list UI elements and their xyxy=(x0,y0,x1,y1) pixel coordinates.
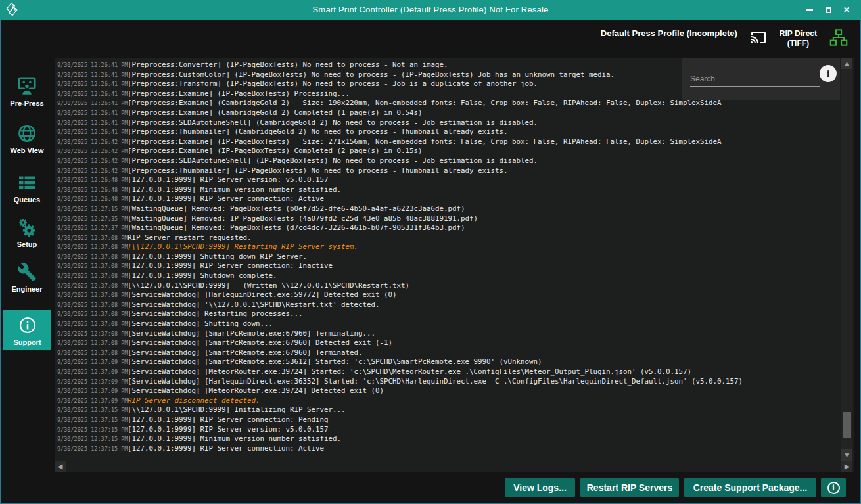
log-line: 9/30/2025 12:37:08 PMRIP Server restart … xyxy=(57,233,841,243)
log-line: 9/30/2025 12:26:42 PM[Preprocess:Examine… xyxy=(57,137,841,147)
log-line: 9/30/2025 12:27:35 PM[WaitingQueue] Remo… xyxy=(57,214,841,224)
sidebar-item-engineer[interactable]: Engineer xyxy=(1,261,53,293)
log-message: [Preprocess:Transform] (IP-PageBoxTests)… xyxy=(128,80,538,88)
log-timestamp: 9/30/2025 12:37:15 PM xyxy=(57,405,128,415)
log-timestamp: 9/30/2025 12:26:42 PM xyxy=(57,166,128,176)
cast-output-icon[interactable] xyxy=(750,30,767,48)
title-bar: Smart Print Controller (Default Press Pr… xyxy=(0,0,861,20)
log-message: [127.0.0.1:9999] Minimum version number … xyxy=(128,434,341,443)
log-timestamp: 9/30/2025 12:37:08 PM xyxy=(57,348,128,358)
search-input[interactable] xyxy=(690,71,820,87)
log-line: 9/30/2025 12:26:41 PM[Preprocess:SLDAuto… xyxy=(57,118,841,128)
gears-icon xyxy=(16,216,37,239)
log-timestamp: 9/30/2025 12:37:15 PM xyxy=(57,444,128,454)
sidebar-item-setup[interactable]: Setup xyxy=(1,216,53,248)
log-message: [Preprocess:Thumbnailer] (CambridgeGold … xyxy=(128,127,508,136)
log-line: 9/30/2025 12:37:08 PM[ServiceWatchdog] R… xyxy=(57,309,841,319)
pre-press-icon xyxy=(16,75,38,97)
log-line: 9/30/2025 12:37:09 PMRIP Server disconne… xyxy=(57,396,841,406)
log-timestamp: 9/30/2025 12:37:15 PM xyxy=(57,434,128,444)
log-message: [ServiceWatchdog] [MeteorRouter.exe:3972… xyxy=(128,386,384,395)
scroll-up-arrow-icon[interactable]: ▲ xyxy=(841,58,852,69)
log-line: 9/30/2025 12:37:08 PM[127.0.0.1:9999] RI… xyxy=(57,262,841,271)
log-line: 9/30/2025 12:26:42 PM[Preprocess:SLDAuto… xyxy=(57,156,841,166)
support-info-button[interactable]: i xyxy=(821,478,846,497)
log-timestamp: 9/30/2025 12:26:41 PM xyxy=(57,70,128,80)
log-message: [Preprocess:Converter] (IP-PageBoxTests)… xyxy=(128,60,448,69)
log-message: [ServiceWatchdog] Shutting down... xyxy=(128,319,273,328)
log-message: [Preprocess:Examine] (IP-PageBoxTests) S… xyxy=(128,137,722,146)
log-message: [127.0.0.1:9999] Shutting down RIP Serve… xyxy=(128,252,307,261)
sidebar-item-label: Queues xyxy=(14,196,40,204)
log-timestamp: 9/30/2025 12:37:09 PM xyxy=(57,396,128,406)
log-search-panel: i xyxy=(682,58,840,100)
scroll-down-arrow-icon[interactable]: ▼ xyxy=(841,449,852,461)
log-line: 9/30/2025 12:26:42 PM[Preprocess:Thumbna… xyxy=(57,166,841,176)
log-message: [Preprocess:SLDAutotuneShell] (Cambridge… xyxy=(128,118,538,127)
create-support-package-button[interactable]: Create Support Package... xyxy=(684,478,816,497)
vertical-scrollbar[interactable]: ▲ ▼ xyxy=(841,58,852,461)
log-timestamp: 9/30/2025 12:37:15 PM xyxy=(57,415,128,425)
log-line: 9/30/2025 12:37:08 PM[ServiceWatchdog] [… xyxy=(57,290,841,300)
sidebar-item-web-view[interactable]: Web View xyxy=(1,122,53,154)
app-window: Smart Print Controller (Default Press Pr… xyxy=(0,0,861,504)
log-timestamp: 9/30/2025 12:37:08 PM xyxy=(57,233,128,243)
close-button[interactable]: ✕ xyxy=(837,0,856,20)
ink-droplet-icon xyxy=(680,41,688,49)
output-mode-line1: RIP Direct xyxy=(780,29,817,39)
output-mode-label: RIP Direct (TIFF) xyxy=(780,29,817,49)
log-message: [127.0.0.1:9999] RIP Server connection: … xyxy=(128,195,324,203)
log-line: 9/30/2025 12:26:48 PM[127.0.0.1:9999] RI… xyxy=(57,175,841,185)
search-info-icon[interactable]: i xyxy=(820,65,837,82)
log-timestamp: 9/30/2025 12:26:48 PM xyxy=(57,185,128,195)
info-circle-icon xyxy=(18,314,37,336)
restart-rip-servers-button[interactable]: Restart RIP Servers xyxy=(580,478,679,497)
log-timestamp: 9/30/2025 12:26:42 PM xyxy=(57,147,128,156)
sidebar-item-queues[interactable]: Queues xyxy=(1,172,53,204)
log-timestamp: 9/30/2025 12:26:41 PM xyxy=(57,60,128,70)
log-output[interactable]: 9/30/2025 12:26:41 PM[Preprocess:Convert… xyxy=(57,60,841,459)
log-timestamp: 9/30/2025 12:37:08 PM xyxy=(57,338,128,348)
close-icon: ✕ xyxy=(843,6,850,14)
ink-droplet-icon xyxy=(670,41,678,49)
log-timestamp: 9/30/2025 12:37:08 PM xyxy=(57,271,128,281)
view-logs-button[interactable]: View Logs... xyxy=(505,478,575,497)
log-timestamp: 9/30/2025 12:27:15 PM xyxy=(57,204,128,214)
minimize-button[interactable] xyxy=(801,0,819,20)
log-line: 9/30/2025 12:37:15 PM[127.0.0.1:9999] Mi… xyxy=(57,434,841,444)
sidebar-item-pre-press[interactable]: Pre-Press xyxy=(1,75,53,107)
log-line: 9/30/2025 12:37:08 PM[\\127.0.0.1\SPCHD:… xyxy=(57,242,841,252)
log-message: [127.0.0.1:9999] RIP Server version: v5.… xyxy=(128,175,329,184)
log-message: [Preprocess:CustomColor] (IP-PageBoxTest… xyxy=(128,70,615,79)
log-message: [127.0.0.1:9999] Minimum version number … xyxy=(128,185,341,194)
log-timestamp: 9/30/2025 12:26:41 PM xyxy=(57,89,128,99)
scroll-right-arrow-icon[interactable]: ▶ xyxy=(841,461,852,472)
sidebar-item-support[interactable]: Support xyxy=(3,310,51,350)
support-log-panel: 9/30/2025 12:26:41 PM[Preprocess:Convert… xyxy=(55,58,854,472)
log-line: 9/30/2025 12:37:08 PM[ServiceWatchdog] '… xyxy=(57,300,841,310)
log-timestamp: 9/30/2025 12:26:41 PM xyxy=(57,118,128,128)
log-line: 9/30/2025 12:26:48 PM[127.0.0.1:9999] RI… xyxy=(57,195,841,204)
log-timestamp: 9/30/2025 12:37:08 PM xyxy=(57,309,128,319)
log-message: [WaitingQueue] Removed: PageBoxTests (b0… xyxy=(128,204,465,213)
vertical-scrollbar-thumb[interactable] xyxy=(843,412,851,438)
log-timestamp: 9/30/2025 12:26:42 PM xyxy=(57,156,128,166)
log-line: 9/30/2025 12:27:15 PM[WaitingQueue] Remo… xyxy=(57,204,841,214)
log-message: [ServiceWatchdog] [SmartPcRemote.exe:679… xyxy=(128,338,392,347)
window-border-left xyxy=(0,20,1,504)
log-line: 9/30/2025 12:37:08 PM[ServiceWatchdog] [… xyxy=(57,348,841,358)
log-message: [ServiceWatchdog] [HarlequinDirect.exe:5… xyxy=(128,290,397,299)
sidebar-item-label: Pre-Press xyxy=(10,99,43,107)
log-message: [ServiceWatchdog] '\\127.0.0.1\SPCHD\Res… xyxy=(128,300,380,309)
sidebar-item-label: Web View xyxy=(11,147,44,154)
log-timestamp: 9/30/2025 12:27:37 PM xyxy=(57,223,128,233)
log-message: [Preprocess:SLDAutotuneShell] (IP-PageBo… xyxy=(128,156,538,165)
scroll-left-arrow-icon[interactable]: ◀ xyxy=(55,461,66,472)
log-message: [Preprocess:Examine] (CambridgeGold 2) S… xyxy=(128,99,722,107)
log-timestamp: 9/30/2025 12:37:09 PM xyxy=(57,386,128,396)
log-message: RIP Server disconnect detected. xyxy=(128,396,260,405)
maximize-button[interactable] xyxy=(819,0,837,20)
log-message: [Preprocess:Examine] (IP-PageBoxTests) P… xyxy=(128,89,350,98)
network-status-icon[interactable] xyxy=(829,28,848,49)
log-line: 9/30/2025 12:37:15 PM[127.0.0.1:9999] RI… xyxy=(57,425,841,435)
